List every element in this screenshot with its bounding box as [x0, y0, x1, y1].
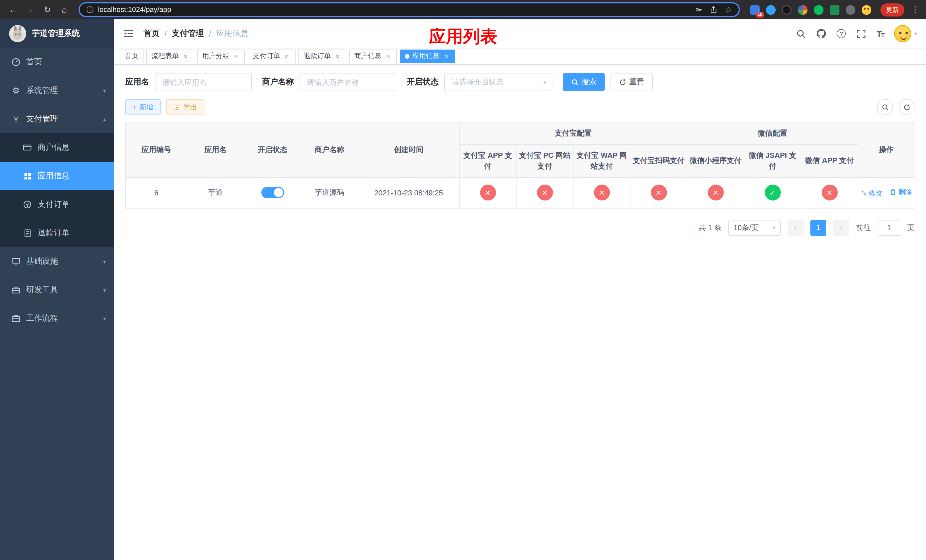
- table-toolbar: + 新增 导出: [125, 99, 915, 115]
- col-header-merchant: 商户名称: [301, 122, 358, 177]
- sidebar-collapse-icon[interactable]: [123, 28, 135, 39]
- browser-forward-button[interactable]: →: [23, 2, 38, 17]
- col-header-wx-app: 微信 APP 支付: [801, 144, 858, 177]
- cell-app-id: 6: [126, 177, 187, 208]
- breadcrumb-payment[interactable]: 支付管理: [172, 29, 204, 39]
- edit-button[interactable]: ✎修改: [861, 188, 882, 198]
- sidebar-item-home[interactable]: 首页: [0, 48, 114, 76]
- export-button[interactable]: 导出: [166, 99, 204, 115]
- extensions-area: 10: [747, 5, 875, 15]
- close-icon[interactable]: ×: [442, 52, 450, 60]
- goto-unit: 页: [907, 222, 915, 233]
- browser-chrome: ← → ↻ ⌂ ⓘ localhost:1024/pay/app ☆ 10 更新…: [0, 0, 926, 20]
- channel-disabled-icon: ✕: [594, 185, 610, 201]
- breadcrumb-separator: /: [165, 29, 167, 38]
- extension-icon[interactable]: [814, 5, 823, 15]
- sidebar-item-infra[interactable]: 基础设施 ▾: [0, 247, 114, 276]
- goto-page-input[interactable]: [878, 219, 900, 236]
- browser-home-button[interactable]: ⌂: [57, 2, 72, 17]
- extension-icon[interactable]: [862, 5, 872, 15]
- toggle-search-button[interactable]: [877, 99, 893, 115]
- extension-icon[interactable]: [846, 5, 855, 15]
- extension-icon[interactable]: [782, 5, 791, 15]
- breadcrumb-separator: /: [209, 29, 211, 38]
- help-icon[interactable]: ?: [837, 29, 846, 38]
- refresh-button[interactable]: [899, 99, 915, 115]
- extension-icon[interactable]: [830, 5, 840, 15]
- user-menu[interactable]: ▾: [894, 25, 917, 42]
- sidebar-item-label: 应用信息: [38, 171, 106, 181]
- font-size-icon[interactable]: TT: [876, 29, 884, 38]
- close-icon[interactable]: ×: [232, 52, 240, 60]
- col-header-app-id: 应用编号: [126, 122, 187, 177]
- search-button[interactable]: 搜索: [563, 73, 605, 91]
- sidebar-item-devtools[interactable]: 研发工具 ▾: [0, 276, 114, 304]
- sidebar-item-label: 基础设施: [26, 256, 97, 266]
- tab-user-group[interactable]: 用户分组×: [197, 49, 245, 63]
- page-number-button[interactable]: 1: [810, 219, 826, 236]
- briefcase-icon: [11, 314, 21, 323]
- header-search-icon[interactable]: [796, 29, 806, 39]
- sidebar-item-label: 支付订单: [38, 200, 106, 210]
- sidebar-logo[interactable]: 芋道管理系统: [0, 20, 114, 48]
- reset-button[interactable]: 重置: [610, 73, 653, 91]
- extension-icon[interactable]: [798, 5, 808, 15]
- add-button[interactable]: + 新增: [125, 99, 160, 115]
- delete-button[interactable]: 删除: [890, 187, 912, 197]
- sidebar-item-system[interactable]: ⚙ 系统管理 ▾: [0, 76, 114, 105]
- sidebar-item-app-info[interactable]: 应用信息: [0, 162, 114, 190]
- browser-reload-button[interactable]: ↻: [40, 2, 54, 17]
- breadcrumb-home[interactable]: 首页: [144, 29, 159, 39]
- browser-menu-icon[interactable]: ⋮: [910, 5, 920, 15]
- site-info-icon[interactable]: ⓘ: [86, 5, 94, 15]
- tab-process-form[interactable]: 流程表单×: [146, 49, 194, 63]
- browser-back-button[interactable]: ←: [6, 2, 21, 17]
- sidebar-item-refund-order[interactable]: 退款订单: [0, 219, 114, 247]
- close-icon[interactable]: ×: [384, 52, 392, 60]
- close-icon[interactable]: ×: [334, 52, 341, 60]
- bookmark-star-icon[interactable]: ☆: [725, 5, 732, 14]
- trash-icon: [890, 189, 897, 195]
- tab-pay-order[interactable]: 支付订单×: [248, 49, 295, 63]
- url-text: localhost:1024/pay/app: [98, 6, 690, 14]
- tab-refund-order[interactable]: 退款订单×: [298, 49, 346, 63]
- avatar[interactable]: [894, 25, 911, 42]
- merchant-name-input[interactable]: [300, 73, 396, 91]
- active-dot-icon: [405, 54, 410, 58]
- breadcrumb-current: 应用信息: [216, 29, 248, 39]
- app-name-label: 应用名: [125, 77, 149, 87]
- tab-app-info[interactable]: 应用信息×: [400, 49, 455, 63]
- tab-merchant-info[interactable]: 商户信息×: [349, 49, 397, 63]
- sidebar-item-merchant-info[interactable]: 商户信息: [0, 133, 114, 162]
- extension-icon[interactable]: [766, 5, 776, 15]
- col-header-alipay-wap: 支付宝 WAP 网站支付: [573, 144, 630, 177]
- sidebar-item-label: 退款订单: [38, 228, 106, 238]
- next-page-button[interactable]: ›: [833, 219, 849, 236]
- password-key-icon[interactable]: [695, 6, 703, 14]
- fullscreen-icon[interactable]: [856, 29, 866, 39]
- page-size-select[interactable]: 10条/页 ▾: [728, 219, 781, 236]
- github-icon[interactable]: [816, 29, 826, 39]
- edit-pencil-icon: ✎: [861, 189, 867, 197]
- close-icon[interactable]: ×: [182, 52, 189, 60]
- prev-page-button[interactable]: ‹: [788, 219, 803, 236]
- dashboard-icon: [11, 58, 21, 67]
- chevron-down-icon: ▾: [773, 224, 776, 231]
- url-bar[interactable]: ⓘ localhost:1024/pay/app ☆: [79, 2, 740, 17]
- sidebar-item-workflow[interactable]: 工作流程 ▾: [0, 304, 114, 333]
- gear-icon: ⚙: [11, 86, 21, 95]
- tab-home[interactable]: 首页: [120, 49, 144, 63]
- app-name-input[interactable]: [155, 73, 252, 91]
- browser-update-button[interactable]: 更新: [881, 3, 904, 16]
- sidebar-item-payment[interactable]: ¥ 支付管理 ▴: [0, 105, 114, 133]
- status-toggle[interactable]: [261, 187, 284, 198]
- status-select[interactable]: 请选择开启状态 ▾: [444, 73, 552, 91]
- sidebar-item-pay-order[interactable]: 支付订单: [0, 190, 114, 219]
- share-icon[interactable]: [710, 6, 718, 14]
- close-icon[interactable]: ×: [283, 52, 291, 60]
- cell-created: 2021-10-23 08:49:25: [358, 177, 459, 208]
- group-header-alipay: 支付宝配置: [459, 122, 687, 144]
- toolbox-icon: [11, 285, 21, 295]
- extension-icon[interactable]: 10: [750, 5, 760, 15]
- chevron-down-icon: ▾: [103, 258, 106, 265]
